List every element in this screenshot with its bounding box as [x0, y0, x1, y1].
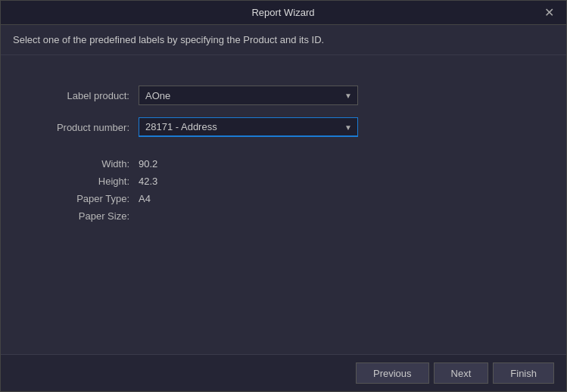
product-number-label: Product number:	[46, 122, 129, 133]
next-button[interactable]: Next	[434, 362, 489, 384]
close-button[interactable]: ✕	[541, 7, 557, 19]
footer: Previous Next Finish	[1, 354, 566, 391]
paper-type-value: A4	[139, 193, 151, 204]
label-product-label: Label product:	[46, 90, 129, 101]
paper-size-label: Paper Size:	[46, 210, 129, 222]
label-product-select-wrapper: AOne ATwo AThree ▼	[139, 86, 358, 105]
paper-size-row: Paper Size:	[46, 210, 521, 222]
height-row: Height: 42.3	[46, 176, 521, 187]
height-value: 42.3	[139, 176, 157, 187]
paper-type-row: Paper Type: A4	[46, 193, 521, 204]
subtitle: Select one of the predefined labels by s…	[1, 25, 566, 55]
previous-button[interactable]: Previous	[356, 362, 429, 384]
report-wizard-dialog: Report Wizard ✕ Select one of the predef…	[0, 0, 567, 392]
product-number-select[interactable]: 28171 - Address 28172 - Business 28173 -…	[139, 117, 358, 137]
label-product-select[interactable]: AOne ATwo AThree	[139, 86, 358, 105]
height-label: Height:	[46, 176, 129, 187]
paper-type-label: Paper Type:	[46, 193, 129, 204]
product-number-row: Product number: 28171 - Address 28172 - …	[46, 117, 521, 137]
dialog-title: Report Wizard	[25, 7, 541, 18]
title-bar: Report Wizard ✕	[1, 1, 566, 25]
width-label: Width:	[46, 158, 129, 170]
width-row: Width: 90.2	[46, 158, 521, 170]
width-value: 90.2	[139, 158, 157, 170]
finish-button[interactable]: Finish	[493, 362, 554, 384]
product-number-select-wrapper: 28171 - Address 28172 - Business 28173 -…	[139, 117, 358, 137]
label-product-row: Label product: AOne ATwo AThree ▼	[46, 86, 521, 105]
info-section: Width: 90.2 Height: 42.3 Paper Type: A4 …	[46, 158, 521, 222]
content-area: Label product: AOne ATwo AThree ▼ Produc…	[1, 55, 566, 354]
